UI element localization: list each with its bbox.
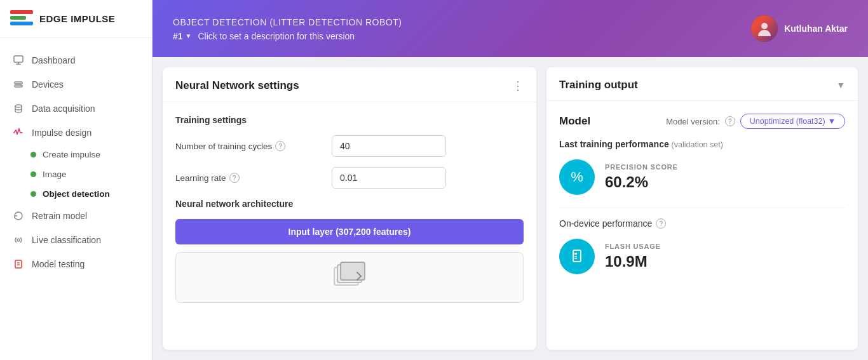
panel-body: Training settings Number of training cyc… <box>163 102 536 350</box>
precision-metric-block: % PRECISION SCORE 60.2% <box>559 159 845 195</box>
perf-label: Last training performance (validation se… <box>559 139 845 149</box>
flash-value: 10.9M <box>605 253 661 270</box>
sidebar-item-image[interactable]: Image <box>0 164 152 184</box>
arch-label: Neural network architecture <box>175 199 524 209</box>
description-placeholder[interactable]: Click to set a description for this vers… <box>198 31 355 41</box>
transfer-learning-block <box>175 252 524 303</box>
svg-point-6 <box>17 239 20 241</box>
logo-icon <box>10 10 33 28</box>
user-name: Kutluhan Aktar <box>784 23 848 34</box>
sub-object-detection-label: Object detection <box>43 189 110 199</box>
sidebar-item-create-impulse[interactable]: Create impulse <box>0 145 152 164</box>
svg-rect-0 <box>14 56 23 62</box>
sidebar-retrain-label: Retrain model <box>32 211 87 221</box>
percent-icon: % <box>571 169 583 185</box>
layers-icon <box>13 79 24 90</box>
flash-icon <box>568 248 586 265</box>
main-area: OBJECT DETECTION (LITTER DETECTION ROBOT… <box>153 0 868 360</box>
logo-text: EDGE IMPULSE <box>39 13 115 24</box>
precision-value: 60.2% <box>605 173 678 191</box>
activity-icon <box>13 127 24 138</box>
right-panel-title: Training output <box>559 79 638 91</box>
broadcast-icon <box>13 234 24 246</box>
svg-rect-3 <box>15 82 22 84</box>
sidebar-dashboard-label: Dashboard <box>32 55 76 65</box>
nav-list: Dashboard Devices Data acquisition <box>0 38 152 360</box>
sidebar-data-acq-label: Data acquisition <box>32 103 95 114</box>
dot-icon <box>31 152 36 157</box>
chevron-down-icon[interactable]: ▼ <box>836 80 845 90</box>
content-area: Neural Network settings ⋮ Training setti… <box>153 57 868 360</box>
monitor-icon <box>13 55 24 66</box>
model-version-select[interactable]: Unoptimized (float32) ▼ <box>740 114 845 129</box>
svg-rect-7 <box>15 260 22 268</box>
precision-info: PRECISION SCORE 60.2% <box>605 163 678 191</box>
version-badge[interactable]: #1 ▼ <box>173 31 191 41</box>
clipboard-icon <box>13 258 24 270</box>
arch-section: Neural network architecture Input layer … <box>175 199 524 303</box>
divider <box>559 208 845 208</box>
project-title: OBJECT DETECTION (LITTER DETECTION ROBOT… <box>173 17 402 27</box>
sidebar-impulse-label: Impulse design <box>32 128 92 138</box>
sidebar-item-impulse-design[interactable]: Impulse design <box>0 121 152 145</box>
flash-metric-block: FLASH USAGE 10.9M <box>559 239 845 274</box>
sidebar-item-data-acquisition[interactable]: Data acquisition <box>0 97 152 121</box>
model-version-help-icon[interactable]: ? <box>725 116 735 126</box>
logo-area[interactable]: EDGE IMPULSE <box>0 0 152 38</box>
svg-rect-4 <box>15 85 22 87</box>
input-layer-button[interactable]: Input layer (307,200 features) <box>175 219 524 244</box>
refresh-icon <box>13 210 24 222</box>
learning-rate-label: Learning rate ? <box>175 173 322 183</box>
project-info: OBJECT DETECTION (LITTER DETECTION ROBOT… <box>173 17 402 41</box>
dot-icon <box>31 171 36 177</box>
panel-header: Neural Network settings ⋮ <box>163 67 536 102</box>
sidebar: EDGE IMPULSE Dashboard Devices <box>0 0 153 360</box>
sidebar-item-object-detection[interactable]: Object detection <box>0 184 152 204</box>
avatar-inner <box>751 15 778 42</box>
user-area: Kutluhan Aktar <box>751 15 848 42</box>
svg-rect-17 <box>574 258 577 259</box>
flash-name: FLASH USAGE <box>605 243 661 250</box>
version-row: #1 ▼ Click to set a description for this… <box>173 31 402 41</box>
chevron-down-icon: ▼ <box>186 32 192 39</box>
flash-circle <box>559 239 595 274</box>
database-icon <box>13 103 24 114</box>
header: OBJECT DETECTION (LITTER DETECTION ROBOT… <box>153 0 868 57</box>
panel-menu-icon[interactable]: ⋮ <box>512 79 524 93</box>
training-cycles-help-icon[interactable]: ? <box>275 141 285 151</box>
sub-create-impulse-label: Create impulse <box>43 150 100 159</box>
training-cycles-label: Number of training cycles ? <box>175 141 322 151</box>
sub-image-label: Image <box>43 170 67 179</box>
precision-circle: % <box>559 159 595 195</box>
svg-rect-13 <box>341 262 365 280</box>
learning-rate-input[interactable] <box>332 167 446 189</box>
training-cycles-input[interactable] <box>332 135 446 157</box>
header-top: OBJECT DETECTION (LITTER DETECTION ROBOT… <box>173 15 848 42</box>
sidebar-item-retrain-model[interactable]: Retrain model <box>0 204 152 228</box>
sidebar-item-live-classification[interactable]: Live classification <box>0 228 152 252</box>
model-version-label: Model version: <box>666 117 720 126</box>
svg-point-10 <box>761 23 768 29</box>
svg-point-5 <box>15 105 22 107</box>
model-version-row: Model version: ? Unoptimized (float32) ▼ <box>666 114 845 129</box>
training-settings-label: Training settings <box>175 115 524 125</box>
right-panel: Training output ▼ Model Model version: ?… <box>546 67 858 350</box>
sidebar-item-model-testing[interactable]: Model testing <box>0 252 152 276</box>
sidebar-item-devices[interactable]: Devices <box>0 72 152 97</box>
transfer-icon <box>333 261 366 295</box>
sidebar-devices-label: Devices <box>32 79 64 90</box>
model-row: Model Model version: ? Unoptimized (floa… <box>559 114 845 129</box>
training-cycles-row: Number of training cycles ? <box>175 135 524 157</box>
on-device-label: On-device performance ? <box>559 218 845 229</box>
model-label: Model <box>559 115 590 128</box>
flash-info: FLASH USAGE 10.9M <box>605 243 661 270</box>
panel-title: Neural Network settings <box>175 79 299 92</box>
sidebar-live-class-label: Live classification <box>32 235 101 245</box>
learning-rate-help-icon[interactable]: ? <box>229 173 240 183</box>
sidebar-item-dashboard[interactable]: Dashboard <box>0 48 152 72</box>
sidebar-model-testing-label: Model testing <box>32 259 85 269</box>
avatar <box>751 15 778 42</box>
chevron-down-icon: ▼ <box>828 117 836 126</box>
dot-icon <box>31 191 36 197</box>
on-device-help-icon[interactable]: ? <box>656 218 666 229</box>
